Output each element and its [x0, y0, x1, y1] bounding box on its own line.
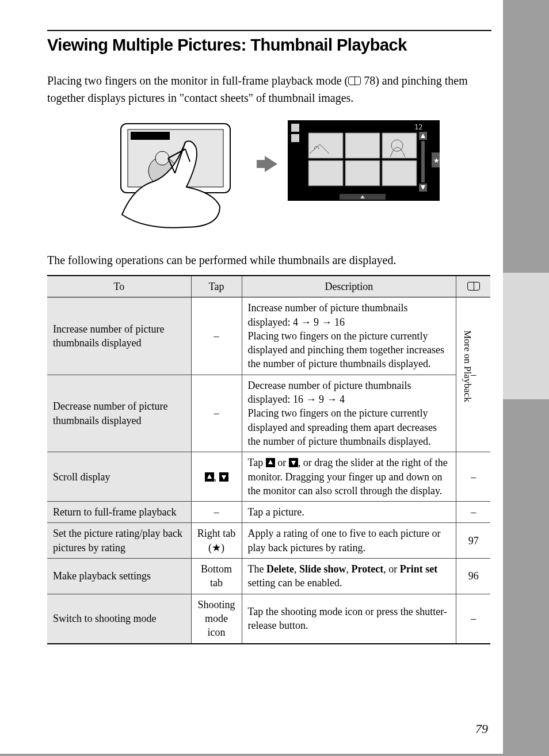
cell-desc: Tap a picture. — [242, 502, 456, 523]
thumb-counter: 12 — [414, 123, 422, 131]
cell-to: Scroll display — [47, 452, 191, 502]
table-row: Scroll display , Tap or , or drag the sl… — [47, 452, 490, 502]
up-icon — [205, 472, 214, 482]
arrow-icon — [265, 156, 277, 172]
cell-to: Return to full-frame playback — [47, 502, 191, 523]
svg-point-4 — [155, 151, 169, 165]
t: or — [275, 457, 289, 468]
cell-ref: – — [456, 502, 490, 523]
svg-rect-15 — [308, 133, 343, 158]
title-rule — [47, 30, 491, 31]
svg-rect-10 — [421, 141, 425, 182]
t: , or — [383, 563, 400, 575]
cell-to: Switch to shooting mode — [47, 594, 191, 643]
cell-tap: Bottom tab — [191, 559, 242, 594]
side-tab-label: More on Playback — [462, 330, 473, 402]
t: The — [248, 563, 266, 575]
down-icon — [289, 458, 298, 467]
th-tap: Tap — [191, 276, 242, 297]
cell-desc: Apply a rating of one to five to each pi… — [242, 523, 456, 559]
cell-tap: Right tab (★) — [191, 523, 242, 559]
side-tab: More on Playback — [503, 273, 549, 399]
svg-rect-19 — [345, 161, 380, 186]
down-icon — [219, 472, 228, 482]
t: Slide show — [299, 563, 346, 575]
cell-to: Decrease number of picture thumbnails di… — [47, 375, 191, 452]
t: Delete — [266, 563, 294, 575]
cell-desc: The Delete, Slide show, Protect, or Prin… — [242, 559, 456, 594]
thumbnail-screen-illustration: 12 ★ — [288, 120, 440, 201]
cell-ref: – — [456, 594, 490, 643]
page-number: 79 — [475, 721, 488, 736]
table-row: Return to full-frame playback – Tap a pi… — [47, 502, 490, 523]
table-row: Switch to shooting mode Shooting mode ic… — [47, 594, 490, 643]
svg-rect-2 — [131, 132, 170, 140]
cell-desc: Decrease number of picture thumbnails di… — [242, 375, 456, 452]
t: , — [346, 563, 352, 575]
cell-ref: – — [456, 452, 490, 502]
svg-rect-17 — [382, 133, 417, 158]
t: setting can be enabled. — [248, 577, 342, 589]
table-row: Make playback settings Bottom tab The De… — [47, 559, 490, 594]
page-title: Viewing Multiple Pictures: Thumbnail Pla… — [47, 36, 503, 55]
up-icon — [266, 458, 275, 467]
intro-paragraph: Placing two fingers on the monitor in fu… — [47, 72, 491, 106]
svg-rect-16 — [345, 133, 380, 158]
cell-tap: – — [191, 502, 242, 523]
svg-rect-18 — [308, 161, 343, 186]
cell-tap: – — [191, 297, 242, 375]
cell-tap: – — [191, 375, 242, 452]
cell-ref: 96 — [456, 559, 490, 594]
svg-rect-7 — [291, 134, 299, 142]
svg-text:★: ★ — [433, 156, 440, 165]
th-to: To — [47, 276, 191, 297]
t: Print set — [400, 563, 437, 575]
table-header-row: To Tap Description — [47, 276, 490, 297]
t: , — [294, 563, 299, 575]
book-icon — [467, 282, 480, 291]
th-ref — [456, 276, 490, 297]
cell-to: Set the picture rating/play back picture… — [47, 523, 191, 559]
table-row: Decrease number of picture thumbnails di… — [47, 375, 490, 452]
table-row: Increase number of picture thumbnails di… — [47, 297, 490, 375]
cell-desc: Tap or , or drag the slider at the right… — [242, 452, 456, 502]
cell-ref: 97 — [456, 523, 490, 559]
th-desc: Description — [242, 276, 456, 297]
cell-tap: Shooting mode icon — [191, 594, 242, 643]
book-icon — [348, 77, 361, 85]
t: Protect — [352, 563, 384, 575]
manual-page: Viewing Multiple Pictures: Thumbnail Pla… — [0, 0, 503, 754]
t: Tap — [248, 457, 266, 468]
svg-rect-20 — [382, 161, 417, 186]
cell-desc: Tap the shooting mode icon or press the … — [242, 594, 456, 643]
intro-text-pre: Placing two fingers on the monitor in fu… — [47, 74, 348, 87]
intro2-paragraph: The following operations can be performe… — [47, 254, 491, 267]
cell-to: Increase number of picture thumbnails di… — [47, 297, 191, 375]
table-row: Set the picture rating/play back picture… — [47, 523, 490, 559]
cell-to: Make playback settings — [47, 559, 191, 594]
operations-table: To Tap Description Increase number of pi… — [47, 275, 490, 644]
illustration-row: 12 ★ — [47, 118, 491, 239]
svg-rect-6 — [291, 124, 299, 132]
cell-desc: Increase number of picture thumbnails di… — [242, 297, 456, 375]
cell-tap: , — [191, 452, 242, 502]
pinch-illustration — [99, 118, 254, 230]
